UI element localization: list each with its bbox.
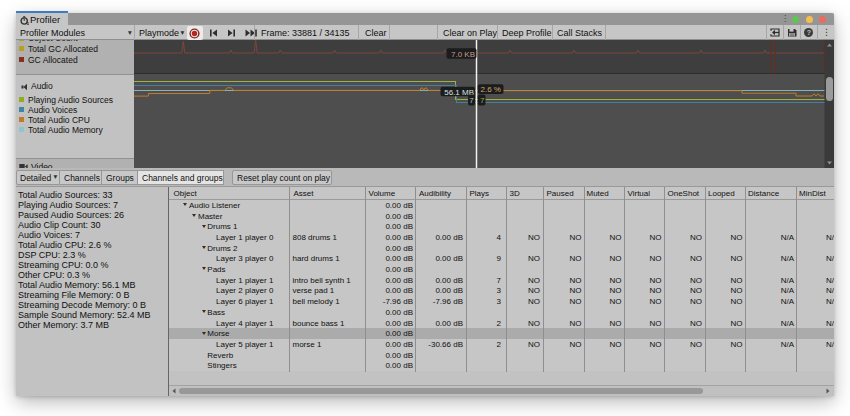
svg-text:7: 7 bbox=[469, 96, 474, 105]
svg-text:7: 7 bbox=[480, 96, 485, 105]
svg-text:7.0 KB: 7.0 KB bbox=[450, 50, 474, 59]
svg-text:2.6 %: 2.6 % bbox=[480, 85, 500, 94]
